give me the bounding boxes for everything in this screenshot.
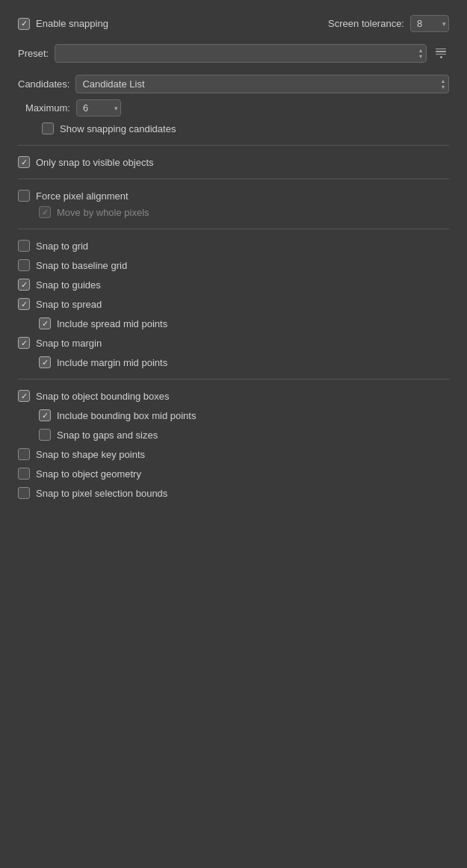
enable-snapping-group: Enable snapping xyxy=(18,18,108,30)
snap-pixel-bounds-checkbox[interactable] xyxy=(18,487,30,499)
force-pixel-checkbox[interactable] xyxy=(18,190,30,202)
snap-shape-key-checkbox[interactable] xyxy=(18,448,30,460)
candidates-label: Candidates: xyxy=(18,78,69,90)
only-snap-visible-label: Only snap to visible objects xyxy=(36,157,154,168)
divider-1 xyxy=(18,145,449,146)
snap-shape-key-row: Snap to shape key points xyxy=(18,448,449,460)
snap-margin-row: Snap to margin xyxy=(18,337,449,349)
snap-grid-row: Snap to grid xyxy=(18,240,449,252)
snap-grid-checkbox[interactable] xyxy=(18,240,30,252)
force-pixel-row: Force pixel alignment xyxy=(18,190,449,202)
enable-snapping-checkbox[interactable] xyxy=(18,18,30,30)
snap-margin-checkbox[interactable] xyxy=(18,337,30,349)
snap-pixel-bounds-label: Snap to pixel selection bounds xyxy=(36,488,167,499)
move-whole-pixels-label: Move by whole pixels xyxy=(57,207,149,218)
snap-spread-label: Snap to spread xyxy=(36,299,102,310)
menu-line-3 xyxy=(436,54,446,55)
snap-object-geometry-checkbox[interactable] xyxy=(18,468,30,480)
divider-3 xyxy=(18,229,449,229)
snap-spread-checkbox[interactable] xyxy=(18,298,30,310)
maximum-row: Maximum: 6 3 9 12 ▾ xyxy=(18,99,449,117)
preset-select[interactable] xyxy=(55,44,427,63)
snap-shape-key-label: Snap to shape key points xyxy=(36,449,145,460)
include-bbox-mid-checkbox[interactable] xyxy=(39,409,51,421)
snap-object-geometry-row: Snap to object geometry xyxy=(18,468,449,480)
include-bbox-mid-row: Include bounding box mid points xyxy=(18,409,449,421)
tolerance-select[interactable]: 8 4 6 10 12 xyxy=(410,15,449,32)
menu-line-1 xyxy=(436,49,446,50)
menu-dot-row xyxy=(440,56,442,58)
snap-spread-row: Snap to spread xyxy=(18,298,449,310)
snap-gaps-label: Snap to gaps and sizes xyxy=(57,430,158,441)
snap-bbox-row: Snap to object bounding boxes xyxy=(18,390,449,402)
snap-baseline-label: Snap to baseline grid xyxy=(36,260,127,271)
snap-items-group1: Snap to grid Snap to baseline grid Snap … xyxy=(18,240,449,368)
preset-menu-icon[interactable] xyxy=(433,46,449,62)
snap-guides-label: Snap to guides xyxy=(36,279,101,291)
include-margin-mid-row: Include margin mid points xyxy=(18,356,449,368)
snap-baseline-checkbox[interactable] xyxy=(18,259,30,271)
screen-tolerance-label: Screen tolerance: xyxy=(328,18,404,29)
tolerance-select-wrapper: 8 4 6 10 12 ▾ xyxy=(410,15,449,32)
show-candidates-checkbox[interactable] xyxy=(42,123,54,134)
snap-gaps-row: Snap to gaps and sizes xyxy=(18,429,449,441)
snap-baseline-row: Snap to baseline grid xyxy=(18,259,449,271)
include-spread-mid-label: Include spread mid points xyxy=(57,318,167,329)
show-candidates-row: Show snapping candidates xyxy=(18,123,449,134)
screen-tolerance-group: Screen tolerance: 8 4 6 10 12 ▾ xyxy=(328,15,449,32)
preset-label: Preset: xyxy=(18,48,49,59)
snap-margin-label: Snap to margin xyxy=(36,338,102,349)
include-spread-mid-checkbox[interactable] xyxy=(39,317,51,329)
include-bbox-mid-label: Include bounding box mid points xyxy=(57,410,196,421)
enable-snapping-label: Enable snapping xyxy=(36,18,108,29)
menu-dot-icon xyxy=(440,56,442,58)
only-snap-visible-checkbox[interactable] xyxy=(18,156,30,168)
maximum-label: Maximum: xyxy=(25,102,70,114)
divider-4 xyxy=(18,379,449,379)
preset-row: Preset: ▴ ▾ xyxy=(18,44,449,63)
snap-items-group2: Snap to object bounding boxes Include bo… xyxy=(18,390,449,499)
candidates-row: Candidates: Candidate List ▴ ▾ xyxy=(18,75,449,93)
menu-line-2 xyxy=(436,51,446,52)
snap-guides-checkbox[interactable] xyxy=(18,279,30,291)
snap-bbox-label: Snap to object bounding boxes xyxy=(36,391,170,402)
include-margin-mid-label: Include margin mid points xyxy=(57,357,167,368)
snap-object-geometry-label: Snap to object geometry xyxy=(36,468,141,480)
snap-bbox-checkbox[interactable] xyxy=(18,390,30,402)
move-whole-pixels-checkbox[interactable] xyxy=(39,206,51,218)
preset-select-wrapper: ▴ ▾ xyxy=(55,44,427,63)
snap-guides-row: Snap to guides xyxy=(18,279,449,291)
candidates-select-wrapper: Candidate List ▴ ▾ xyxy=(75,75,449,93)
top-row: Enable snapping Screen tolerance: 8 4 6 … xyxy=(18,15,449,32)
candidates-select[interactable]: Candidate List xyxy=(75,75,449,93)
maximum-select[interactable]: 6 3 9 12 xyxy=(76,99,121,117)
divider-2 xyxy=(18,179,449,179)
only-snap-visible-row: Only snap to visible objects xyxy=(18,156,449,168)
snapping-panel: Enable snapping Screen tolerance: 8 4 6 … xyxy=(0,0,467,521)
include-margin-mid-checkbox[interactable] xyxy=(39,356,51,368)
snap-pixel-bounds-row: Snap to pixel selection bounds xyxy=(18,487,449,499)
snap-gaps-checkbox[interactable] xyxy=(39,429,51,441)
show-candidates-label: Show snapping candidates xyxy=(60,123,176,134)
include-spread-mid-row: Include spread mid points xyxy=(18,317,449,329)
move-whole-pixels-row: Move by whole pixels xyxy=(18,206,449,218)
maximum-select-wrapper: 6 3 9 12 ▾ xyxy=(76,99,121,117)
candidates-block: Candidates: Candidate List ▴ ▾ Maximum: … xyxy=(18,75,449,134)
snap-grid-label: Snap to grid xyxy=(36,241,88,252)
force-pixel-label: Force pixel alignment xyxy=(36,190,129,202)
